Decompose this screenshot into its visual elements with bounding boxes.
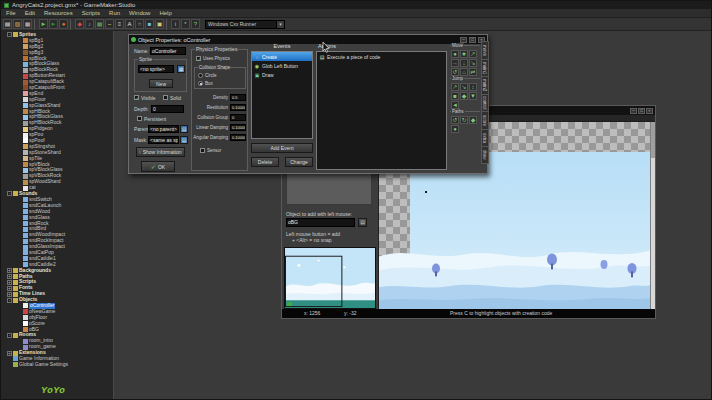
action-tab[interactable]: control [481, 94, 489, 112]
menu-item[interactable]: Help [159, 10, 171, 16]
action-palette-icon[interactable]: ■ [451, 92, 459, 100]
collision-shape-option[interactable]: Box [195, 79, 245, 87]
delete-event-button[interactable]: Delete [251, 157, 279, 167]
radio-icon[interactable] [198, 73, 203, 78]
open-project-icon[interactable]: ▧ [13, 19, 22, 29]
sprite-select-field[interactable]: <no sprite> [138, 65, 174, 73]
tree-expander[interactable]: + [7, 286, 12, 291]
mask-picker-icon[interactable]: ▤ [180, 136, 188, 144]
menu-item[interactable]: Edit [25, 10, 35, 16]
stop-game-icon[interactable]: ● [59, 19, 68, 29]
parent-field[interactable]: <no parent> [148, 125, 179, 133]
radio-icon[interactable] [198, 81, 203, 86]
add-event-button[interactable]: Add Event [251, 143, 313, 153]
menu-item[interactable]: Window [129, 10, 150, 16]
action-palette-icon[interactable]: ▼ [469, 92, 477, 100]
toolbar-separator[interactable] [70, 19, 73, 30]
action-palette-icon[interactable]: ↗ [451, 83, 459, 91]
action-palette-icon[interactable]: ↺ [451, 116, 459, 124]
tree-expander[interactable]: - [7, 298, 12, 303]
create-script-icon[interactable]: ≡ [115, 19, 124, 29]
tree-expander[interactable]: - [7, 333, 12, 338]
maximize-icon[interactable]: □ [638, 108, 645, 114]
mask-field[interactable]: <same as sprite> [148, 136, 179, 144]
action-palette-icon[interactable]: ⌂ [460, 68, 468, 76]
event-item[interactable]: ▣ Draw [252, 70, 312, 79]
solid-checkbox[interactable] [163, 95, 168, 100]
new-project-icon[interactable]: ▤ [3, 19, 12, 29]
save-project-icon[interactable]: ▦ [23, 19, 32, 29]
tree-expander[interactable]: - [7, 32, 12, 37]
minimize-icon[interactable]: ─ [630, 108, 637, 114]
action-palette-icon[interactable]: → [451, 59, 459, 67]
visible-checkbox[interactable] [134, 95, 139, 100]
action-tab[interactable]: move [481, 41, 489, 59]
action-palette-icon[interactable]: ◆ [460, 92, 468, 100]
event-item[interactable]: ◉ Glob Left Button [252, 61, 312, 70]
action-palette-icon[interactable]: ↕ [469, 83, 477, 91]
name-field[interactable]: oController [150, 47, 186, 55]
toolbar-separator[interactable] [34, 19, 37, 30]
menu-item[interactable]: Resources [44, 10, 73, 16]
create-timeline-icon[interactable]: ○ [135, 19, 144, 29]
uses-physics-checkbox[interactable] [196, 56, 201, 61]
action-tab[interactable]: score [481, 111, 489, 129]
run-game-icon[interactable]: ► [39, 19, 48, 29]
object-picker-menu-icon[interactable]: ▤ [358, 218, 367, 227]
action-palette-icon[interactable]: ↗ [469, 50, 477, 58]
maximize-icon[interactable]: □ [469, 37, 476, 43]
toolbar-separator[interactable] [166, 19, 169, 30]
create-object-icon[interactable]: ■ [145, 19, 154, 29]
tree-expander[interactable]: + [7, 351, 12, 356]
create-background-icon[interactable]: ▦ [95, 19, 104, 29]
action-palette-icon[interactable]: ⇄ [469, 68, 477, 76]
help-icon[interactable]: ? [191, 19, 200, 29]
create-sprite-icon[interactable]: ◆ [75, 19, 84, 29]
physics-field-value[interactable]: 0 [230, 114, 246, 121]
sprite-picker-icon[interactable]: ▦ [177, 65, 185, 73]
menu-item[interactable]: File [6, 10, 16, 16]
collision-shape-option[interactable]: Circle [195, 71, 245, 79]
action-palette-icon[interactable]: ↻ [460, 116, 468, 124]
target-platform-dropdown[interactable]: Windows Cxx Runner ▾ [205, 20, 285, 29]
menu-item[interactable]: Run [109, 10, 120, 16]
tree-expander[interactable]: - [7, 191, 12, 196]
create-sound-icon[interactable]: ♪ [85, 19, 94, 29]
close-icon[interactable]: × [646, 108, 653, 114]
action-palette-icon[interactable]: ↘ [469, 59, 477, 67]
action-palette-icon[interactable]: ◄ [451, 101, 459, 109]
action-tab[interactable]: main1 [481, 59, 489, 77]
action-palette-icon[interactable]: ● [451, 125, 459, 133]
create-room-icon[interactable]: ▣ [155, 19, 164, 29]
tree-expander[interactable]: + [7, 292, 12, 297]
chevron-down-icon[interactable]: ▾ [276, 21, 284, 28]
action-palette-icon[interactable]: ● [451, 50, 459, 58]
create-path-icon[interactable]: ~ [105, 19, 114, 29]
tree-item[interactable]: Global Game Settings [1, 362, 113, 368]
action-palette-icon[interactable]: ↘ [460, 83, 468, 91]
action-tab[interactable]: main2 [481, 76, 489, 94]
create-font-icon[interactable]: A [125, 19, 134, 29]
room-vertical-scrollbar[interactable] [650, 122, 655, 309]
new-sprite-button[interactable]: New [149, 79, 173, 88]
action-tab[interactable]: draw [481, 146, 489, 164]
debug-game-icon[interactable]: ► [49, 19, 58, 29]
game-information-icon[interactable]: i [171, 19, 180, 29]
action-palette-icon[interactable]: ★ [460, 50, 468, 58]
action-palette-icon[interactable]: ↓ [460, 59, 468, 67]
physics-field-value[interactable]: 0.5 [230, 94, 246, 101]
physics-field-value[interactable]: 0.1000000 [230, 104, 246, 111]
physics-field-value[interactable]: 0.1000000 [230, 124, 246, 131]
object-to-add-field[interactable]: oBG [286, 218, 355, 227]
parent-picker-icon[interactable]: ▤ [180, 125, 188, 133]
depth-field[interactable]: 0 [151, 105, 184, 113]
change-event-button[interactable]: Change [285, 157, 313, 167]
minimize-icon[interactable]: ─ [460, 37, 467, 43]
ok-button[interactable]: ✓ OK [141, 161, 175, 172]
action-palette-icon[interactable]: ◆ [469, 116, 477, 124]
action-palette-icon[interactable]: ↺ [451, 68, 459, 76]
physics-field-value[interactable]: 0.1000000 [230, 134, 246, 141]
event-item[interactable]: ☼ Create [252, 52, 312, 61]
persistent-checkbox[interactable] [137, 116, 142, 121]
action-tab[interactable]: extra [481, 129, 489, 147]
